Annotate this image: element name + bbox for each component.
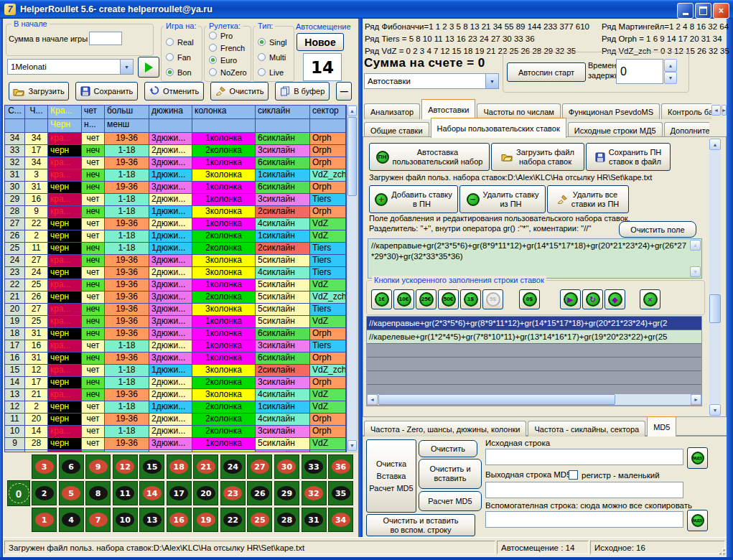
quick-play-button[interactable]: ▶ <box>560 289 581 309</box>
chip-5usd-button[interactable]: 5$ <box>482 289 503 309</box>
load-set-file-button[interactable]: Загрузить файл набора ставок <box>491 143 584 171</box>
list-scroll-right-icon[interactable]: ► <box>691 394 701 405</box>
table-row[interactable]: 2427кра...неч19-363дюжи...3колонка5сикла… <box>5 255 346 267</box>
table-row[interactable]: 1014кра...чет1-182дюжи...2колонка3сиклай… <box>5 426 346 438</box>
list-item-empty[interactable] <box>367 344 701 358</box>
board-cell-17[interactable]: 17 <box>167 481 192 505</box>
radio-multi[interactable]: Multi <box>253 50 294 65</box>
save-set-file-button[interactable]: Сохранить ПН ставок в файл <box>586 143 671 171</box>
table-row[interactable]: 3434кра...чет19-363дюжи...1колонка6сикла… <box>5 133 346 145</box>
radio-live[interactable]: Live <box>253 65 294 80</box>
tab-bottom-2[interactable]: Частота - сиклайны, сектора <box>528 421 645 437</box>
spinner-down-icon[interactable]: ▼ <box>664 72 677 84</box>
table-row[interactable]: 2324чернчет19-362дюжи...3колонка4сиклайн… <box>5 267 346 279</box>
board-cell-10[interactable]: 10 <box>113 508 138 532</box>
radio-fan[interactable]: Fan <box>162 50 202 65</box>
board-cell-27[interactable]: 27 <box>247 454 272 479</box>
board-cell-15[interactable]: 15 <box>139 454 164 479</box>
md5-big-button[interactable]: Очистка Вставка Расчет MD5 <box>366 439 416 513</box>
md5-run-button1[interactable]: МД5 <box>687 447 708 469</box>
quick-clear-button[interactable]: × <box>640 289 660 309</box>
tab-sub-2[interactable]: Наборы пользовательских ставок <box>431 118 566 138</box>
board-cell-16[interactable]: 16 <box>167 508 192 532</box>
resize-grip[interactable] <box>716 546 725 555</box>
save-button[interactable]: Сохранить <box>75 82 137 101</box>
radio-french[interactable]: French <box>205 42 251 54</box>
table-row[interactable]: 2225кра...неч19-363дюжи...1колонка5сикла… <box>5 279 346 291</box>
table-row[interactable]: 2126чернчет19-363дюжи...2колонка5сиклайн… <box>5 291 346 304</box>
profile-combobox[interactable]: 1Melonati ▼ <box>7 59 134 75</box>
table-row[interactable]: 313кра...неч1-181дюжи...3колонка1сиклайн… <box>5 169 346 182</box>
board-cell-28[interactable]: 28 <box>274 508 299 532</box>
list-item-empty[interactable] <box>367 358 701 371</box>
tab-sub-3[interactable]: Исходные строки МД5 <box>568 122 663 138</box>
tab-scroll-right-icon[interactable]: ► <box>722 105 727 116</box>
table-row[interactable]: 1321кра...неч19-362дюжи...3колонка4сикла… <box>5 389 346 401</box>
board-cell-12[interactable]: 12 <box>113 454 138 479</box>
delete-all-bets-button[interactable]: Удалить все ставки из ПН <box>547 185 629 213</box>
close-button[interactable]: × <box>713 3 729 19</box>
md5-clear-button[interactable]: Очистить <box>419 440 477 457</box>
list-item[interactable]: //кареправые+gr(2*3*5*6)+gr(8*9*11*12)+g… <box>367 317 701 330</box>
radio-bon[interactable]: Bon <box>162 65 202 80</box>
table-scrollbar-thumb[interactable] <box>347 117 357 196</box>
board-cell-13[interactable]: 13 <box>139 508 164 532</box>
table-row[interactable]: 2511черннеч1-181дюжи...2колонка2сиклайнT… <box>5 243 346 255</box>
chevron-down-icon[interactable]: ▼ <box>485 74 498 88</box>
radio-euro[interactable]: Euro <box>205 54 251 66</box>
table-row[interactable]: 262чернчет1-181дюжи...2колонка1сиклайнVd… <box>5 230 346 243</box>
panel-scroll-up-icon[interactable]: ▲ <box>709 139 721 150</box>
board-cell-8[interactable]: 8 <box>85 481 111 505</box>
panel-scroll-track[interactable] <box>709 150 721 404</box>
tab-main-2[interactable]: Автоставки <box>421 99 475 119</box>
chip-50eur-button[interactable]: 50€ <box>438 289 459 309</box>
table-row[interactable]: 1831черннеч19-363дюжи...1колонка6сиклайн… <box>5 328 346 340</box>
board-cell-30[interactable]: 30 <box>274 454 299 479</box>
spinner-up-icon[interactable]: ▲ <box>664 59 677 72</box>
board-cell-35[interactable]: 35 <box>328 481 353 505</box>
table-row[interactable]: 1512кра...чет1-181дюжи...3колонка2сиклай… <box>5 365 346 377</box>
board-cell-1[interactable]: 1 <box>32 508 57 532</box>
table-row[interactable]: 3031черннеч19-363дюжи...1колонка6сиклайн… <box>5 182 346 194</box>
panel-scroll-thumb[interactable] <box>709 294 721 323</box>
register-checkbox[interactable] <box>569 470 578 480</box>
board-cell-25[interactable]: 25 <box>247 508 272 532</box>
board-cell-5[interactable]: 5 <box>59 481 84 505</box>
clear-paste-aux-button[interactable]: Очистить и вставить во вспом. строку <box>366 514 475 536</box>
board-cell-9[interactable]: 9 <box>85 454 111 479</box>
add-bet-button[interactable]: + Добавить ставку в ПН <box>369 185 458 213</box>
chip-1usd-button[interactable]: 1$ <box>460 289 481 309</box>
quick-transfer-button[interactable]: ◆ <box>604 289 625 309</box>
clear-field-button[interactable]: Очистить поле <box>619 221 696 238</box>
table-row[interactable]: 3317черннеч1-182дюжи...2колонка3сиклайнO… <box>5 145 346 157</box>
board-cell-26[interactable]: 26 <box>247 481 272 505</box>
board-cell-32[interactable]: 32 <box>302 481 327 505</box>
board-cell-6[interactable]: 6 <box>59 454 84 479</box>
radio-real[interactable]: Real <box>162 34 202 50</box>
radio-nozero[interactable]: NoZero <box>205 66 251 78</box>
to-clipboard-button[interactable]: В буфер <box>275 82 330 101</box>
radio-pro[interactable]: Pro <box>205 29 251 42</box>
tab-sub-4[interactable]: Дополнитель <box>664 122 710 138</box>
md5-clear-paste-button[interactable]: Очистить и вставить <box>419 459 482 489</box>
tab-main-4[interactable]: Функционал PsevdoMS <box>562 103 660 119</box>
delay-input[interactable]: 0 <box>616 59 663 84</box>
md5-source-input[interactable] <box>485 449 683 465</box>
board-cell-21[interactable]: 21 <box>193 454 218 479</box>
undo-button[interactable]: Отменить <box>144 82 204 101</box>
tab-main-5[interactable]: Контроль банкро <box>661 103 711 119</box>
board-cell-20[interactable]: 20 <box>193 481 218 505</box>
tab-main-3[interactable]: Частоты по числам <box>477 103 560 119</box>
maximize-button[interactable] <box>695 3 711 19</box>
editor-scroll-down-icon[interactable]: ▼ <box>690 266 701 277</box>
board-cell-19[interactable]: 19 <box>193 508 218 532</box>
board-cell-7[interactable]: 7 <box>85 508 111 532</box>
run-button[interactable] <box>138 57 159 78</box>
list-hscroll-thumb[interactable] <box>378 394 615 405</box>
table-row[interactable]: 2916кра...чет1-182дюжи...1колонка3сиклай… <box>5 194 346 206</box>
board-cell-31[interactable]: 31 <box>302 508 327 532</box>
md5-run-button2[interactable]: МД5 <box>687 510 708 531</box>
scroll-down-icon[interactable]: ▼ <box>347 440 357 451</box>
scroll-up-icon[interactable]: ▲ <box>347 106 357 116</box>
panel-scroll-down-icon[interactable]: ▼ <box>709 404 721 416</box>
